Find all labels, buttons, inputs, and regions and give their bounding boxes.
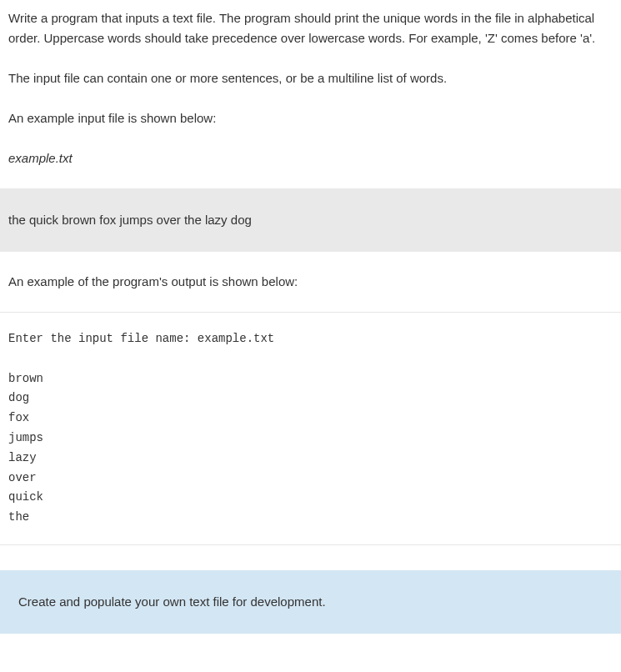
note-block: Create and populate your own text file f… [0,570,621,634]
example-input-label: An example input file is shown below: [8,108,613,128]
intro-paragraph: Write a program that inputs a text file.… [8,8,613,48]
example-filename: example.txt [8,148,613,168]
example-output-label: An example of the program's output is sh… [8,272,613,292]
example-input-block: the quick brown fox jumps over the lazy … [0,188,621,252]
example-output-block: Enter the input file name: example.txt b… [0,312,621,545]
document-body: Write a program that inputs a text file.… [0,0,621,545]
input-description: The input file can contain one or more s… [8,68,613,88]
